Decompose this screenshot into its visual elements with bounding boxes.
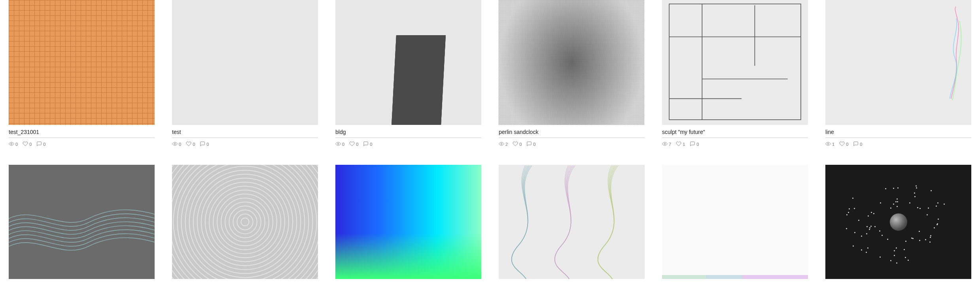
likes-count: 0 bbox=[356, 142, 358, 147]
eye-icon bbox=[662, 141, 668, 147]
views-stat[interactable]: 2 bbox=[499, 141, 508, 147]
svg-point-22 bbox=[201, 178, 289, 266]
comments-stat[interactable]: 0 bbox=[690, 141, 699, 147]
comments-stat[interactable]: 0 bbox=[853, 141, 862, 147]
project-stats: 710 bbox=[662, 138, 808, 147]
project-title[interactable]: test bbox=[172, 125, 318, 138]
likes-stat[interactable]: 0 bbox=[23, 141, 32, 147]
thumbnail[interactable] bbox=[172, 0, 318, 125]
svg-point-14 bbox=[233, 210, 257, 234]
project-card bbox=[499, 165, 645, 279]
project-card: line100 bbox=[825, 0, 971, 147]
comment-icon bbox=[526, 141, 532, 147]
likes-count: 0 bbox=[193, 142, 195, 147]
thumbnail[interactable] bbox=[825, 0, 971, 125]
thumbnail[interactable] bbox=[662, 0, 808, 125]
comments-count: 0 bbox=[370, 142, 372, 147]
project-card bbox=[662, 165, 808, 279]
heart-icon bbox=[349, 141, 355, 147]
views-count: 0 bbox=[15, 142, 18, 147]
svg-point-23 bbox=[197, 174, 293, 270]
likes-stat[interactable]: 0 bbox=[349, 141, 358, 147]
likes-stat[interactable]: 1 bbox=[676, 141, 685, 147]
thumbnail[interactable] bbox=[9, 0, 155, 125]
views-stat[interactable]: 1 bbox=[825, 141, 834, 147]
svg-point-19 bbox=[213, 190, 277, 254]
thumbnail[interactable] bbox=[662, 165, 808, 279]
comments-stat[interactable]: 0 bbox=[526, 141, 535, 147]
project-card: perlin sandclock200 bbox=[499, 0, 645, 147]
likes-stat[interactable]: 0 bbox=[186, 141, 195, 147]
svg-point-20 bbox=[209, 186, 281, 258]
project-card bbox=[172, 165, 318, 279]
comments-count: 0 bbox=[533, 142, 535, 147]
project-card: bldg000 bbox=[335, 0, 481, 147]
comments-count: 0 bbox=[860, 142, 862, 147]
eye-icon bbox=[335, 141, 341, 147]
svg-point-12 bbox=[241, 218, 249, 226]
comment-icon bbox=[690, 141, 695, 147]
comment-icon bbox=[363, 141, 369, 147]
project-card bbox=[825, 165, 971, 279]
thumbnail[interactable] bbox=[172, 165, 318, 279]
likes-count: 1 bbox=[683, 142, 685, 147]
project-card bbox=[335, 165, 481, 279]
project-stats: 000 bbox=[335, 138, 481, 147]
thumbnail[interactable] bbox=[9, 165, 155, 279]
heart-icon bbox=[186, 141, 191, 147]
comment-icon bbox=[36, 141, 42, 147]
comments-count: 0 bbox=[43, 142, 45, 147]
comments-count: 0 bbox=[696, 142, 699, 147]
heart-icon bbox=[676, 141, 681, 147]
comments-stat[interactable]: 0 bbox=[36, 141, 45, 147]
eye-icon bbox=[825, 141, 831, 147]
eye-icon bbox=[499, 141, 504, 147]
project-title[interactable]: line bbox=[825, 125, 971, 138]
project-card: test_231001000 bbox=[9, 0, 155, 147]
views-count: 7 bbox=[669, 142, 671, 147]
svg-point-13 bbox=[237, 214, 253, 230]
project-title[interactable]: bldg bbox=[335, 125, 481, 138]
svg-point-10 bbox=[664, 143, 666, 145]
thumbnail[interactable] bbox=[499, 165, 645, 279]
svg-point-16 bbox=[225, 202, 265, 242]
project-stats: 100 bbox=[825, 138, 971, 147]
likes-stat[interactable]: 0 bbox=[513, 141, 522, 147]
views-stat[interactable]: 0 bbox=[9, 141, 18, 147]
eye-icon bbox=[9, 141, 14, 147]
eye-icon bbox=[172, 141, 178, 147]
project-card: test000 bbox=[172, 0, 318, 147]
svg-point-3 bbox=[501, 143, 502, 145]
heart-icon bbox=[839, 141, 845, 147]
svg-point-1 bbox=[174, 143, 176, 145]
project-card bbox=[9, 165, 155, 279]
project-stats: 200 bbox=[499, 138, 645, 147]
project-title[interactable]: sculpt "my future" bbox=[662, 125, 808, 138]
comments-count: 0 bbox=[206, 142, 209, 147]
thumbnail[interactable] bbox=[335, 0, 481, 125]
project-card: sculpt "my future"710 bbox=[662, 0, 808, 147]
views-count: 0 bbox=[179, 142, 181, 147]
views-count: 2 bbox=[505, 142, 508, 147]
project-title[interactable]: test_231001 bbox=[9, 125, 155, 138]
project-title[interactable]: perlin sandclock bbox=[499, 125, 645, 138]
comments-stat[interactable]: 0 bbox=[363, 141, 372, 147]
svg-point-15 bbox=[229, 206, 261, 238]
views-stat[interactable]: 0 bbox=[335, 141, 344, 147]
comment-icon bbox=[200, 141, 205, 147]
likes-count: 0 bbox=[519, 142, 522, 147]
svg-point-11 bbox=[827, 143, 829, 145]
project-stats: 000 bbox=[172, 138, 318, 147]
likes-stat[interactable]: 0 bbox=[839, 141, 848, 147]
thumbnail[interactable] bbox=[825, 165, 971, 279]
thumbnail[interactable] bbox=[499, 0, 645, 125]
thumbnail[interactable] bbox=[335, 165, 481, 279]
views-stat[interactable]: 0 bbox=[172, 141, 181, 147]
likes-count: 0 bbox=[846, 142, 848, 147]
svg-point-25 bbox=[189, 166, 301, 278]
comments-stat[interactable]: 0 bbox=[200, 141, 209, 147]
svg-rect-4 bbox=[669, 4, 801, 120]
views-stat[interactable]: 7 bbox=[662, 141, 671, 147]
likes-count: 0 bbox=[29, 142, 32, 147]
svg-point-2 bbox=[337, 143, 339, 145]
